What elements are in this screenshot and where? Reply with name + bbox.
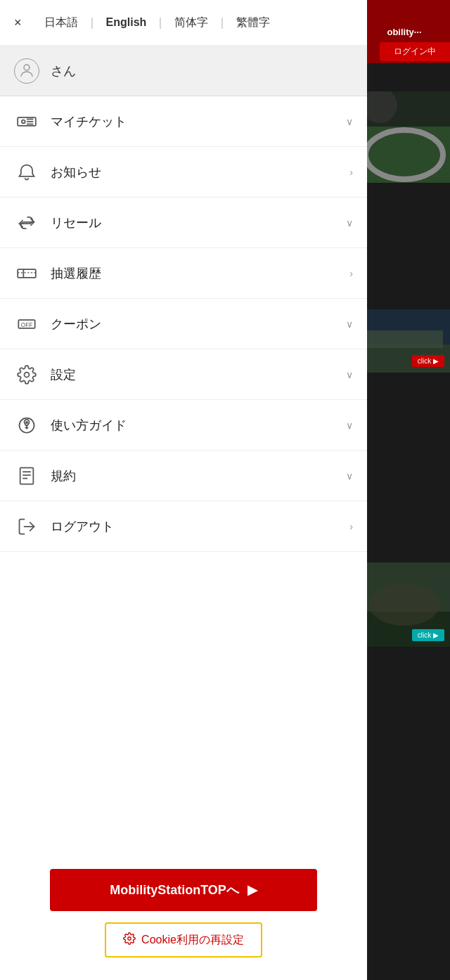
user-name-label: さん [51, 63, 76, 79]
how-to-guide-arrow: ∨ [346, 420, 353, 431]
mobility-station-top-button[interactable]: MobilityStationTOPへ ▶ [50, 869, 317, 911]
logout-label: ログアウト [51, 518, 338, 535]
lang-sep-3: ｜ [217, 15, 228, 30]
lang-simplified-chinese[interactable]: 简体字 [166, 15, 217, 30]
cookie-reset-button[interactable]: Cookie利用の再設定 [105, 922, 262, 958]
logout-icon [14, 514, 39, 539]
my-ticket-label: マイチケット [51, 113, 335, 130]
racing-track-svg [359, 91, 450, 183]
settings-arrow: ∨ [346, 369, 353, 380]
lang-english[interactable]: English [98, 16, 155, 29]
my-ticket-arrow: ∨ [346, 116, 353, 127]
terms-arrow: ∨ [346, 470, 353, 482]
user-avatar [14, 58, 39, 84]
how-to-guide-label: 使い方ガイド [51, 417, 335, 434]
cookie-btn-label: Cookie利用の再設定 [141, 933, 244, 948]
terms-label: 規約 [51, 468, 335, 484]
menu-items-list: マイチケット ∨ お知らせ › [0, 96, 367, 852]
lottery-history-label: 抽選履歴 [51, 265, 338, 282]
guide-icon [14, 413, 39, 438]
ticket-icon [14, 109, 39, 134]
language-bar: × 日本語 ｜ English ｜ 简体字 ｜ 繁體字 [0, 0, 367, 46]
svg-rect-16 [18, 269, 36, 278]
mobility-btn-arrow: ▶ [248, 882, 257, 898]
coupon-label: クーポン [51, 316, 335, 333]
notifications-label: お知らせ [51, 164, 338, 181]
menu-item-notifications[interactable]: お知らせ › [0, 147, 367, 198]
svg-text:OFF: OFF [21, 321, 32, 328]
svg-point-21 [25, 372, 30, 377]
brand-title: obility··· [383, 23, 425, 41]
settings-icon [14, 362, 39, 387]
lottery-history-arrow: › [349, 268, 353, 279]
resale-icon [14, 210, 39, 236]
menu-item-my-ticket[interactable]: マイチケット ∨ [0, 96, 367, 147]
lang-sep-1: ｜ [86, 15, 98, 30]
resale-label: リセール [51, 214, 335, 231]
lang-traditional-chinese[interactable]: 繁體字 [228, 15, 278, 30]
menu-item-settings[interactable]: 設定 ∨ [0, 349, 367, 400]
user-profile-row: さん [0, 46, 367, 96]
login-badge: ログイン中 [380, 42, 450, 61]
svg-point-23 [26, 421, 27, 423]
bell-icon [14, 160, 39, 185]
settings-label: 設定 [51, 366, 335, 383]
terms-icon [14, 463, 39, 489]
menu-item-how-to-guide[interactable]: 使い方ガイド ∨ [0, 400, 367, 451]
menu-bottom-section: MobilityStationTOPへ ▶ Cookie利用の再設定 [0, 852, 367, 980]
lang-sep-2: ｜ [155, 15, 166, 30]
resale-arrow: ∨ [346, 217, 353, 228]
svg-point-12 [22, 120, 25, 123]
svg-rect-25 [20, 468, 34, 484]
close-button[interactable]: × [14, 16, 22, 29]
click-button-1[interactable]: click ▶ [412, 355, 444, 367]
menu-item-terms[interactable]: 規約 ∨ [0, 451, 367, 501]
lang-japanese[interactable]: 日本語 [36, 15, 86, 30]
background-right-panel: obility··· ログイン中 click ▶ click ▶ [359, 0, 450, 980]
click-button-2[interactable]: click ▶ [412, 629, 444, 641]
svg-point-10 [24, 65, 30, 70]
menu-item-lottery-history[interactable]: 抽選履歴 › [0, 248, 367, 299]
logout-arrow: › [349, 521, 353, 532]
coupon-arrow: ∨ [346, 318, 353, 330]
svg-point-30 [128, 937, 131, 941]
menu-item-resale[interactable]: リセール ∨ [0, 198, 367, 248]
racing-image-2: click ▶ [359, 309, 450, 373]
racing-image-1 [359, 91, 450, 183]
svg-point-9 [369, 584, 439, 626]
menu-panel: × 日本語 ｜ English ｜ 简体字 ｜ 繁體字 さん [0, 0, 367, 980]
svg-rect-6 [366, 330, 443, 348]
notifications-arrow: › [349, 167, 353, 178]
menu-item-logout[interactable]: ログアウト › [0, 501, 367, 552]
racing-image-3: click ▶ [359, 562, 450, 647]
menu-item-coupon[interactable]: OFF クーポン ∨ [0, 299, 367, 349]
cookie-gear-icon [123, 932, 136, 948]
lottery-icon [14, 261, 39, 286]
mobility-btn-label: MobilityStationTOPへ [110, 882, 239, 898]
person-icon [18, 63, 35, 79]
coupon-icon: OFF [14, 311, 39, 337]
